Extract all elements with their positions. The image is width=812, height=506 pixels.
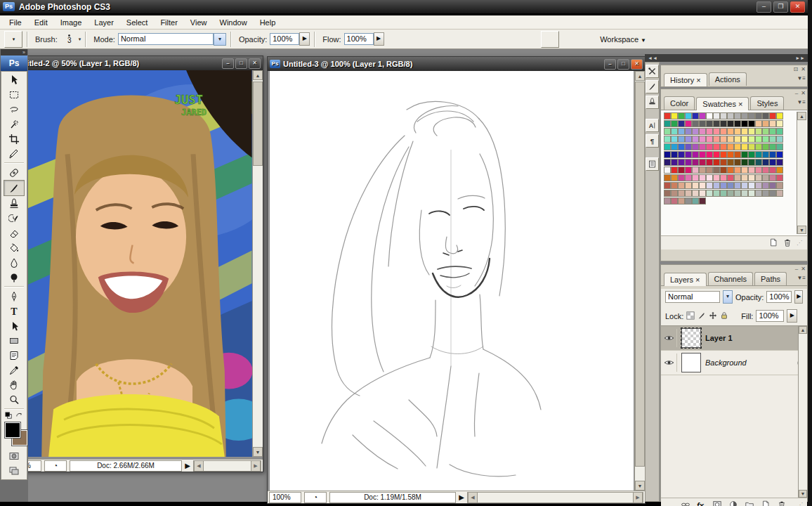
- app-title-bar[interactable]: Ps Adobe Photoshop CS3 – ❐ ✕: [0, 0, 808, 13]
- color-swatch[interactable]: [769, 167, 776, 174]
- color-swatch[interactable]: [692, 167, 699, 174]
- panel-resize-grip[interactable]: ⋰: [797, 240, 803, 246]
- color-swatch[interactable]: [769, 190, 776, 197]
- color-swatch[interactable]: [685, 167, 692, 174]
- color-swatch[interactable]: [664, 136, 671, 143]
- menu-layer[interactable]: Layer: [88, 17, 120, 28]
- color-swatch[interactable]: [706, 167, 713, 174]
- color-swatch[interactable]: [713, 112, 720, 119]
- color-swatch[interactable]: [671, 151, 678, 158]
- color-swatch[interactable]: [706, 159, 713, 166]
- layer-row-layer-1[interactable]: Layer 1: [661, 326, 807, 351]
- doc1-title-bar[interactable]: Untitled-2 @ 50% (Layer 1, RGB/8) – □ ✕: [12, 56, 263, 70]
- swatches-scrollbar[interactable]: ▲ ▼: [797, 112, 806, 234]
- foreground-color-chip[interactable]: [5, 422, 20, 438]
- hand-tool[interactable]: [4, 377, 24, 392]
- menu-window[interactable]: Window: [214, 17, 254, 28]
- color-swatch[interactable]: [741, 143, 748, 150]
- crop-tool[interactable]: [4, 131, 24, 146]
- status-clock-icon[interactable]: ◔: [304, 492, 327, 503]
- color-swatch[interactable]: [741, 174, 748, 181]
- doc1-canvas[interactable]: JUST JARED: [14, 70, 253, 457]
- document-window-untitled-3[interactable]: Ps Untitled-3 @ 100% (Layer 1, RGB/8) – …: [267, 56, 646, 504]
- doc2-canvas[interactable]: [270, 71, 634, 491]
- color-swatch[interactable]: [678, 120, 685, 127]
- color-swatch[interactable]: [741, 112, 748, 119]
- layers-opacity-input[interactable]: 100%: [766, 291, 792, 303]
- doc1-horizontal-scrollbar[interactable]: ◀ ▶: [193, 460, 261, 472]
- mode-select-arrow[interactable]: ▾: [214, 33, 226, 46]
- color-swatch[interactable]: [664, 174, 671, 181]
- panel-menu-icon[interactable]: ▼≡: [797, 275, 806, 281]
- color-swatch[interactable]: [734, 167, 741, 174]
- color-swatch[interactable]: [762, 151, 769, 158]
- color-swatch[interactable]: [734, 174, 741, 181]
- blur-tool[interactable]: [4, 255, 24, 270]
- brushes-palette-toggle[interactable]: [541, 31, 559, 48]
- color-swatch[interactable]: [727, 128, 734, 135]
- doc1-vertical-scrollbar[interactable]: ▲ ▼: [252, 70, 263, 457]
- layer-style-button[interactable]: fx.: [697, 501, 706, 506]
- color-swatch[interactable]: [685, 197, 692, 205]
- color-swatch[interactable]: [769, 174, 776, 181]
- color-swatch[interactable]: [762, 120, 769, 127]
- lock-all-icon[interactable]: [720, 311, 728, 321]
- color-swatch[interactable]: [727, 112, 734, 119]
- layer-row-background[interactable]: Background: [661, 351, 807, 375]
- color-swatch[interactable]: [776, 182, 783, 189]
- color-swatch[interactable]: [692, 112, 699, 119]
- doc2-vertical-scrollbar[interactable]: ▲ ▼: [634, 71, 645, 491]
- color-swatch[interactable]: [699, 112, 706, 119]
- doc1-close-button[interactable]: ✕: [249, 58, 261, 69]
- color-swatch[interactable]: [755, 167, 762, 174]
- color-swatch[interactable]: [762, 128, 769, 135]
- color-swatch[interactable]: [692, 151, 699, 158]
- doc2-doc-size[interactable]: Doc: 1.19M/1.58M: [329, 492, 456, 503]
- color-swatch[interactable]: [713, 128, 720, 135]
- tab-channels[interactable]: Channels: [708, 272, 753, 285]
- color-swatch[interactable]: [762, 182, 769, 189]
- minimize-button[interactable]: –: [757, 1, 771, 13]
- color-swatch[interactable]: [713, 120, 720, 127]
- color-swatch[interactable]: [727, 151, 734, 158]
- color-swatch[interactable]: [776, 159, 783, 166]
- color-swatch[interactable]: [699, 143, 706, 150]
- color-swatch[interactable]: [748, 151, 755, 158]
- color-swatch[interactable]: [671, 167, 678, 174]
- panel-resize-grip[interactable]: ⋰: [797, 502, 804, 506]
- rectangle-tool[interactable]: [4, 333, 24, 348]
- color-swatch[interactable]: [734, 182, 741, 189]
- color-swatch[interactable]: [748, 136, 755, 143]
- color-swatch[interactable]: [699, 128, 706, 135]
- lock-paint-icon[interactable]: [698, 311, 706, 321]
- doc2-maximize-button[interactable]: □: [617, 59, 629, 70]
- slice-tool[interactable]: [4, 146, 24, 161]
- color-swatch[interactable]: [762, 112, 769, 119]
- color-swatch[interactable]: [699, 167, 706, 174]
- color-swatch[interactable]: [741, 182, 748, 189]
- collapse-dock-left-icon[interactable]: ◄◄: [648, 56, 657, 60]
- color-swatch[interactable]: [762, 174, 769, 181]
- clone-source-panel-icon[interactable]: [646, 96, 659, 109]
- color-swatch[interactable]: [769, 143, 776, 150]
- color-swatch[interactable]: [769, 136, 776, 143]
- brush-preview[interactable]: 3: [60, 34, 79, 44]
- color-swatch[interactable]: [769, 151, 776, 158]
- color-swatch[interactable]: [720, 159, 727, 166]
- color-swatch[interactable]: [678, 143, 685, 150]
- doc1-doc-size[interactable]: Doc: 2.66M/2.66M: [70, 460, 182, 472]
- color-swatch[interactable]: [699, 182, 706, 189]
- color-swatch[interactable]: [706, 174, 713, 181]
- scroll-down-arrow[interactable]: ▼: [635, 481, 645, 491]
- flow-slider-arrow[interactable]: ▶: [374, 32, 384, 46]
- color-swatch[interactable]: [685, 128, 692, 135]
- close-button[interactable]: ✕: [790, 1, 805, 13]
- panel-menu-icon[interactable]: ▼≡: [797, 75, 806, 82]
- color-swatch[interactable]: [769, 112, 776, 119]
- color-swatch[interactable]: [706, 112, 713, 119]
- tab-layers[interactable]: Layers ×: [664, 273, 707, 286]
- layer-comps-panel-icon[interactable]: [646, 157, 659, 171]
- color-swatch[interactable]: [671, 143, 678, 150]
- color-swatch[interactable]: [671, 174, 678, 181]
- color-swatch[interactable]: [720, 128, 727, 135]
